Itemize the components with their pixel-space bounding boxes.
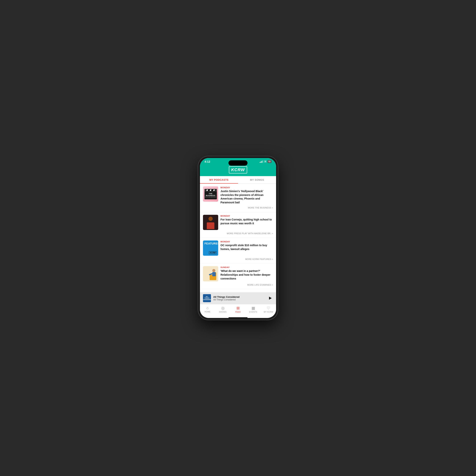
podcast-thumb-pressplay[interactable] bbox=[203, 215, 218, 230]
battery-indicator: 53 bbox=[268, 160, 272, 163]
person-body bbox=[207, 222, 214, 229]
nav-label-shows: SHOWS bbox=[219, 311, 226, 313]
mini-thumb-label: ALLTHINGSCONSIDERED bbox=[203, 296, 212, 300]
day-label-3: MONDAY bbox=[221, 240, 273, 243]
podcast-card-features: FEATURES KCRW MONDAY OC nonprofit stole … bbox=[200, 238, 276, 264]
features-label: FEATURES bbox=[204, 242, 218, 245]
more-link-pressplay[interactable]: MORE PRESS PLAY WITH MADELEINE BR. > bbox=[203, 232, 273, 235]
more-link-life[interactable]: MORE LIFE EXAMINED > bbox=[203, 283, 273, 286]
podcast-thumb-features[interactable]: FEATURES KCRW bbox=[203, 240, 218, 256]
day-label-1: MONDAY bbox=[221, 187, 273, 189]
podcast-title-2: For Ivan Cornejo, quitting high school t… bbox=[221, 218, 273, 225]
podcast-card-life: SUNDAY 'What do we want in a partner?' R… bbox=[200, 264, 276, 289]
podcast-info-features: MONDAY OC nonprofit stole $10 million to… bbox=[221, 240, 273, 251]
play-icon bbox=[269, 297, 272, 300]
status-icons: ⌘ 53 bbox=[260, 160, 272, 163]
mini-player-title: All Things Considered bbox=[213, 295, 265, 298]
podcast-thumb-business[interactable]: THEBUSINESS WITH KIM MASTERS bbox=[203, 187, 218, 202]
podcast-info-pressplay: MONDAY For Ivan Cornejo, quitting high s… bbox=[221, 215, 273, 225]
mini-player-subtitle: All Things Considered bbox=[213, 298, 265, 301]
podcast-thumb-life[interactable] bbox=[203, 266, 218, 281]
feed-icon: ⊞ bbox=[237, 306, 240, 310]
mykcrw-icon: ♡ bbox=[267, 306, 270, 310]
signal-icon bbox=[260, 160, 263, 163]
figure-head bbox=[212, 269, 215, 272]
status-time: 4:12 bbox=[204, 160, 210, 163]
podcast-list: THEBUSINESS WITH KIM MASTERS MONDAY Just… bbox=[200, 184, 276, 292]
mini-player-info: All Things Considered All Things Conside… bbox=[213, 295, 265, 301]
nav-label-events: EVENTS bbox=[249, 311, 257, 313]
nav-label-feed: FEED bbox=[235, 311, 241, 313]
phone-screen: 4:12 ⌘ 53 KCRW MY PODCASTS MY SON bbox=[200, 158, 276, 318]
app-header: KCRW bbox=[200, 164, 276, 176]
podcast-title-1: Justin Simien's 'Hollywood Black' chroni… bbox=[221, 189, 273, 204]
bottom-navigation: ⌂ HOME ◎ SHOWS ⊞ FEED ▦ EVENTS ♡ MY KCRW bbox=[200, 304, 276, 317]
nav-item-events[interactable]: ▦ EVENTS bbox=[246, 306, 261, 313]
life-figure bbox=[204, 267, 217, 280]
podcast-card-business: THEBUSINESS WITH KIM MASTERS MONDAY Just… bbox=[200, 184, 276, 212]
podcast-info-life: SUNDAY 'What do we want in a partner?' R… bbox=[221, 266, 273, 280]
tab-my-songs[interactable]: MY SONGS bbox=[238, 176, 276, 184]
dynamic-island bbox=[228, 160, 248, 166]
tab-my-podcasts[interactable]: MY PODCASTS bbox=[200, 176, 238, 184]
nav-label-home: HOME bbox=[204, 311, 210, 313]
events-icon: ▦ bbox=[252, 306, 255, 310]
home-icon: ⌂ bbox=[206, 306, 209, 310]
play-button[interactable] bbox=[267, 295, 273, 301]
phone-frame: 4:12 ⌘ 53 KCRW MY PODCASTS MY SON bbox=[198, 156, 278, 320]
features-kcrw-logo: KCRW bbox=[209, 251, 217, 254]
more-link-features[interactable]: MORE KCRW FEATURES > bbox=[203, 257, 273, 261]
podcast-title-4: 'What do we want in a partner?' Relation… bbox=[221, 269, 273, 280]
nav-label-mykcrw: MY KCRW bbox=[264, 311, 273, 313]
mini-player[interactable]: ALLTHINGSCONSIDERED All Things Considere… bbox=[200, 292, 276, 304]
day-label-4: SUNDAY bbox=[221, 266, 273, 269]
nav-item-home[interactable]: ⌂ HOME bbox=[200, 306, 215, 313]
nav-item-feed[interactable]: ⊞ FEED bbox=[230, 306, 246, 313]
podcast-info-business: MONDAY Justin Simien's 'Hollywood Black'… bbox=[221, 187, 273, 204]
podcast-title-3: OC nonprofit stole $10 million to buy ho… bbox=[221, 243, 273, 251]
wifi-icon: ⌘ bbox=[264, 160, 267, 163]
podcast-card-pressplay: MONDAY For Ivan Cornejo, quitting high s… bbox=[200, 212, 276, 238]
mini-player-thumb: ALLTHINGSCONSIDERED bbox=[203, 294, 211, 302]
figure-body bbox=[212, 272, 216, 276]
nav-item-mykcrw[interactable]: ♡ MY KCRW bbox=[261, 306, 276, 313]
nav-item-shows[interactable]: ◎ SHOWS bbox=[215, 306, 230, 313]
person-head bbox=[208, 217, 213, 221]
kcrw-logo: KCRW bbox=[229, 166, 247, 173]
day-label-2: MONDAY bbox=[221, 215, 273, 217]
shows-icon: ◎ bbox=[221, 306, 224, 310]
more-link-business[interactable]: MORE THE BUSINESS > bbox=[203, 206, 273, 209]
home-indicator bbox=[228, 317, 248, 318]
tab-bar: MY PODCASTS MY SONGS bbox=[200, 176, 276, 184]
